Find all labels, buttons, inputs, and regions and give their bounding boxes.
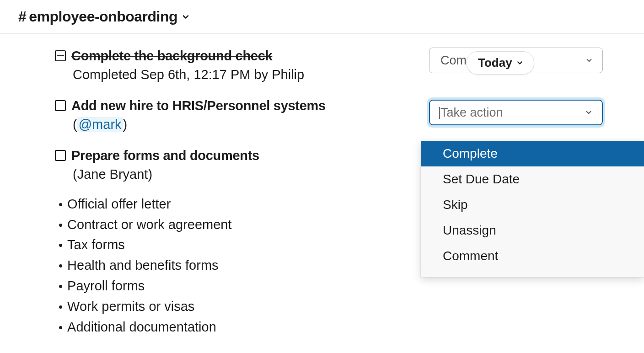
- menu-item-comment[interactable]: Comment: [421, 243, 644, 269]
- list-item: •Payroll forms: [59, 276, 420, 296]
- task-item: Prepare forms and documents (Jane Bryant…: [55, 147, 420, 184]
- menu-item-complete[interactable]: Complete: [421, 141, 644, 166]
- bullet-icon: •: [59, 298, 63, 316]
- list-item: •Work permits or visas: [59, 296, 420, 317]
- list-item: •Additional documentation: [59, 317, 420, 337]
- bullet-icon: •: [59, 195, 63, 214]
- bullet-text: Tax forms: [67, 235, 125, 255]
- chevron-down-icon: [585, 53, 593, 68]
- bullet-icon: •: [59, 216, 63, 234]
- today-pill[interactable]: Today: [467, 51, 534, 75]
- menu-item-set-due-date[interactable]: Set Due Date: [421, 166, 644, 192]
- today-label: Today: [478, 56, 512, 70]
- task-title: Complete the background check: [71, 48, 272, 65]
- chevron-down-icon: [181, 12, 190, 21]
- mention[interactable]: @mark: [77, 117, 123, 132]
- task-list-column: Complete the background check Completed …: [0, 48, 429, 337]
- task-subtitle: Completed Sep 6th, 12:17 PM by Philip: [73, 65, 420, 85]
- paren-open: (: [73, 117, 77, 132]
- menu-item-skip[interactable]: Skip: [421, 192, 644, 218]
- channel-name-text: employee-onboarding: [29, 8, 177, 25]
- bullet-icon: •: [59, 277, 63, 295]
- dropdown-placeholder: Take action: [439, 106, 503, 120]
- task-checkbox[interactable]: [55, 150, 66, 161]
- bullet-icon: •: [59, 236, 63, 254]
- list-item: •Tax forms: [59, 235, 420, 255]
- take-action-dropdown[interactable]: Take action: [429, 100, 603, 125]
- bullet-list: •Official offer letter •Contract or work…: [59, 194, 420, 338]
- task-assignee: (Jane Bryant): [73, 165, 420, 185]
- task-title: Prepare forms and documents: [71, 147, 259, 165]
- task-item: Add new hire to HRIS/Personnel systems (…: [55, 97, 420, 134]
- bullet-text: Additional documentation: [67, 317, 216, 337]
- bullet-icon: •: [59, 318, 63, 337]
- bullet-text: Contract or work agreement: [67, 214, 231, 235]
- task-checkbox[interactable]: [55, 50, 66, 61]
- menu-item-unassign[interactable]: Unassign: [421, 218, 644, 243]
- list-item: •Contract or work agreement: [59, 214, 420, 235]
- bullet-text: Health and benefits forms: [67, 255, 218, 276]
- chevron-down-icon: [516, 56, 524, 70]
- list-item: •Official offer letter: [59, 194, 420, 214]
- text-caret-icon: [439, 107, 440, 119]
- bullet-text: Work permits or visas: [67, 296, 194, 317]
- hash-icon: #: [18, 8, 26, 25]
- action-menu: Complete Set Due Date Skip Unassign Comm…: [421, 141, 644, 277]
- list-item: •Health and benefits forms: [59, 255, 420, 276]
- channel-title[interactable]: # employee-onboarding: [18, 8, 190, 25]
- paren-close: ): [123, 117, 128, 132]
- chevron-down-icon: [585, 106, 593, 120]
- bullet-text: Official offer letter: [67, 194, 171, 214]
- task-item: Complete the background check Completed …: [55, 48, 420, 85]
- bullet-icon: •: [59, 257, 63, 275]
- task-title: Add new hire to HRIS/Personnel systems: [71, 97, 326, 115]
- channel-header: # employee-onboarding: [0, 0, 644, 34]
- task-assignee: (@mark): [73, 115, 420, 135]
- bullet-text: Payroll forms: [67, 276, 145, 296]
- task-checkbox[interactable]: [55, 100, 66, 111]
